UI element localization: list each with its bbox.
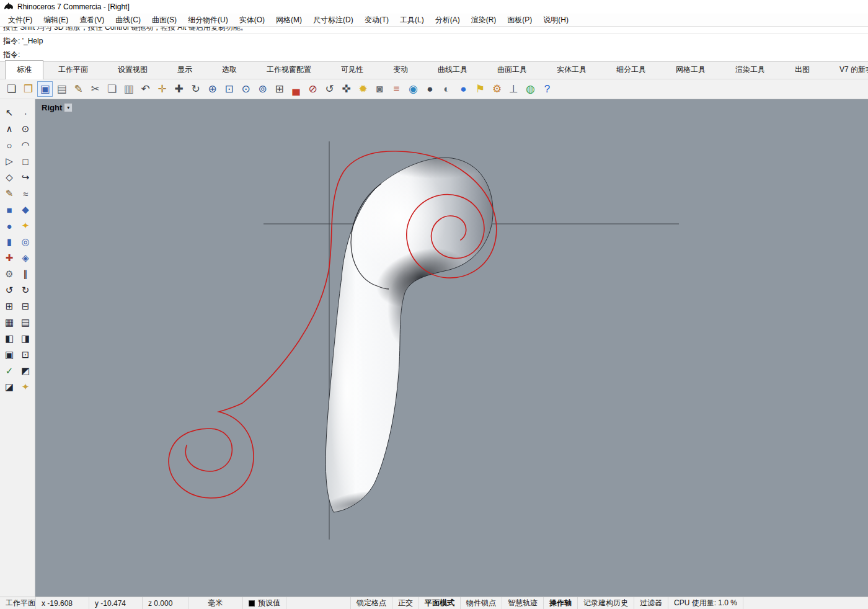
status-toggle[interactable]: 智慧轨迹 xyxy=(502,597,544,609)
sidebar-tool-icon[interactable]: ⊙ xyxy=(17,122,33,136)
sidebar-tool-icon[interactable]: ● xyxy=(1,218,17,233)
toolbar-tab[interactable]: 网格工具 xyxy=(661,61,720,79)
sidebar-tool-icon[interactable]: ↻ xyxy=(17,283,33,298)
toolbar-icon[interactable]: ⊥ xyxy=(506,81,521,97)
toolbar-icon[interactable]: ↺ xyxy=(322,81,337,97)
menu-item[interactable]: 曲线(C) xyxy=(110,14,146,27)
toolbar-tab[interactable]: 工作视窗配置 xyxy=(252,61,326,79)
status-toggle[interactable]: 物件锁点 xyxy=(461,597,502,609)
sidebar-tool-icon[interactable]: □ xyxy=(17,154,33,169)
menu-item[interactable]: 尺寸标注(D) xyxy=(308,14,359,27)
sidebar-tool-icon[interactable]: ○ xyxy=(1,138,17,153)
sidebar-tool-icon[interactable]: ◆ xyxy=(17,202,33,217)
toolbar-tab[interactable]: 细分工具 xyxy=(601,61,661,79)
toolbar-tab[interactable]: 变动 xyxy=(378,61,423,79)
toolbar-tab[interactable]: 渲染工具 xyxy=(720,61,780,79)
status-toggle[interactable]: 锁定格点 xyxy=(351,597,392,609)
sidebar-tool-icon[interactable]: ▣ xyxy=(1,347,17,362)
toolbar-icon[interactable]: ▄ xyxy=(288,81,304,97)
viewport-menu-arrow-icon[interactable]: ▼ xyxy=(64,103,73,112)
toolbar-icon[interactable]: ✹ xyxy=(355,81,371,97)
sidebar-tool-icon[interactable]: ✦ xyxy=(17,380,33,394)
sidebar-tool-icon[interactable]: ◧ xyxy=(1,331,17,346)
menu-item[interactable]: 实体(O) xyxy=(234,14,270,27)
menu-item[interactable]: 查看(V) xyxy=(74,14,110,27)
sidebar-tool-icon[interactable]: ▦ xyxy=(1,315,17,330)
status-cplane-button[interactable]: 工作平面 xyxy=(0,597,36,609)
sidebar-tool-icon[interactable]: ⊡ xyxy=(17,347,33,362)
sidebar-tool-icon[interactable]: ▤ xyxy=(17,315,33,330)
sidebar-tool-icon[interactable]: ▮ xyxy=(1,234,17,249)
sidebar-tool-icon[interactable]: ■ xyxy=(1,202,17,217)
menu-item[interactable]: 曲面(S) xyxy=(146,14,182,27)
viewport-title[interactable]: Right xyxy=(42,103,62,112)
sidebar-tool-icon[interactable]: ≈ xyxy=(17,186,33,201)
toolbar-icon[interactable]: ✚ xyxy=(171,81,187,97)
status-toggle[interactable]: 操作轴 xyxy=(544,597,578,609)
sidebar-tool-icon[interactable]: ✎ xyxy=(1,186,17,201)
sidebar-tool-icon[interactable]: ⚙ xyxy=(1,267,17,282)
toolbar-tab[interactable]: 曲面工具 xyxy=(482,61,542,79)
toolbar-icon[interactable]: ✂ xyxy=(87,81,103,97)
toolbar-icon[interactable]: ↻ xyxy=(188,81,203,97)
sidebar-tool-icon[interactable]: ↖ xyxy=(1,105,17,120)
sidebar-tool-icon[interactable]: ◨ xyxy=(17,331,33,346)
toolbar-icon[interactable]: ● xyxy=(422,81,438,97)
menu-item[interactable]: 分析(A) xyxy=(430,14,466,27)
toolbar-icon[interactable]: ✎ xyxy=(71,81,86,97)
toolbar-tab[interactable]: 曲线工具 xyxy=(423,61,482,79)
toolbar-tab[interactable]: 工作平面 xyxy=(43,61,103,79)
status-toggle[interactable]: 正交 xyxy=(392,597,419,609)
status-toggle[interactable]: 平面模式 xyxy=(419,597,461,609)
toolbar-tab[interactable]: 出图 xyxy=(780,61,825,79)
toolbar-icon[interactable]: ◍ xyxy=(523,81,538,97)
toolbar-tab[interactable]: 可见性 xyxy=(326,61,378,79)
toolbar-icon[interactable]: ⊙ xyxy=(238,81,254,97)
toolbar-icon[interactable]: ? xyxy=(539,81,555,97)
command-area[interactable]: 按住 Shift 均匀 3D 缩放，按住 Control 键拖动，轻按 Alt … xyxy=(0,26,868,62)
menu-item[interactable]: 变动(T) xyxy=(359,14,394,27)
status-toggle[interactable]: 过滤器 xyxy=(634,597,668,609)
toolbar-icon[interactable]: ▣ xyxy=(37,81,53,97)
menu-item[interactable]: 说明(H) xyxy=(538,14,574,27)
status-toggle[interactable]: CPU 使用量: 1.0 % xyxy=(668,597,743,609)
sidebar-tool-icon[interactable]: ↪ xyxy=(17,170,33,185)
sidebar-tool-icon[interactable]: ◪ xyxy=(1,380,17,394)
toolbar-icon[interactable]: ↶ xyxy=(138,81,153,97)
toolbar-icon[interactable]: ≡ xyxy=(389,81,404,97)
menu-item[interactable]: 细分物件(U) xyxy=(182,14,234,27)
toolbar-icon[interactable]: ◐ xyxy=(439,81,454,97)
viewport-canvas[interactable] xyxy=(35,99,868,597)
menu-item[interactable]: 工具(L) xyxy=(394,14,430,27)
sidebar-tool-icon[interactable]: ▷ xyxy=(1,154,17,169)
toolbar-icon[interactable]: ❒ xyxy=(20,81,36,97)
sidebar-tool-icon[interactable]: ⊞ xyxy=(1,299,17,314)
sidebar-tool-icon[interactable]: ⊟ xyxy=(17,299,33,314)
command-prompt[interactable]: 指令: xyxy=(0,48,868,61)
toolbar-icon[interactable]: ◙ xyxy=(372,81,388,97)
toolbar-icon[interactable]: ⚑ xyxy=(472,81,488,97)
sidebar-tool-icon[interactable]: ∥ xyxy=(17,267,33,282)
menu-item[interactable]: 渲染(R) xyxy=(466,14,502,27)
toolbar-icon[interactable]: ❏ xyxy=(104,81,120,97)
status-toggle[interactable]: 记录建构历史 xyxy=(578,597,634,609)
sidebar-tool-icon[interactable]: ◎ xyxy=(17,234,33,249)
toolbar-tab[interactable]: 标准 xyxy=(5,60,43,79)
toolbar-icon[interactable]: ⚙ xyxy=(489,81,505,97)
sidebar-tool-icon[interactable]: ∙ xyxy=(17,105,33,120)
toolbar-tab[interactable]: 设置视图 xyxy=(103,61,162,79)
status-current-layer[interactable]: 预设值 xyxy=(243,597,286,609)
sidebar-tool-icon[interactable]: ◇ xyxy=(1,170,17,185)
menu-item[interactable]: 网格(M) xyxy=(270,14,308,27)
toolbar-tab[interactable]: 实体工具 xyxy=(542,61,601,79)
sidebar-tool-icon[interactable]: ◈ xyxy=(17,251,33,265)
sidebar-tool-icon[interactable]: ◠ xyxy=(17,138,33,153)
toolbar-icon[interactable]: ◉ xyxy=(405,81,421,97)
toolbar-icon[interactable]: ● xyxy=(456,81,471,97)
sidebar-tool-icon[interactable]: ∧ xyxy=(1,122,17,136)
menu-item[interactable]: 编辑(E) xyxy=(38,14,74,27)
toolbar-tab[interactable]: 选取 xyxy=(207,61,252,79)
toolbar-tab[interactable]: V7 的新功能 xyxy=(825,61,868,79)
toolbar-icon[interactable]: ▥ xyxy=(121,81,136,97)
toolbar-icon[interactable]: ⊘ xyxy=(305,81,321,97)
